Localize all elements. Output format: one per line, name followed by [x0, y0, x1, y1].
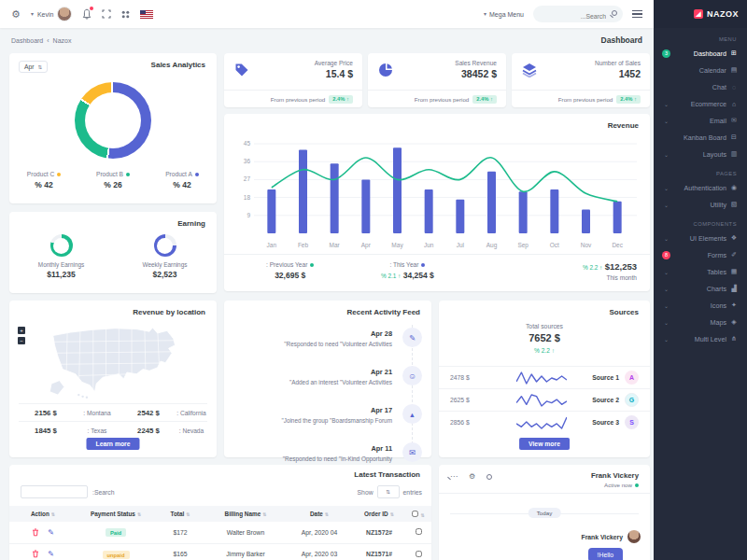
apps-grid-icon[interactable] [121, 10, 130, 19]
col-total[interactable]: Total⇅ [155, 506, 205, 522]
sidebar-item-dashboard[interactable]: 3Dashboard⊞ [654, 45, 747, 62]
sort-icon[interactable]: ⇅ [137, 511, 141, 517]
sidebar-item-authentication[interactable]: ⌄Authentication◉ [654, 179, 747, 196]
brand[interactable]: ◢ NAZOX [654, 0, 747, 28]
sidebar-item-label: Chat [712, 83, 726, 91]
menu-toggle-icon[interactable] [632, 10, 642, 18]
sort-icon[interactable]: ⇅ [186, 511, 190, 517]
chat-search-icon[interactable] [486, 474, 492, 480]
location-value: 2156 $ [19, 409, 73, 417]
select-all-checkbox[interactable] [412, 511, 418, 517]
sort-icon[interactable]: ⇅ [325, 511, 329, 517]
chat-message: Frank Vickery !Hello [582, 530, 641, 560]
card-title: Recent Activity Feed [347, 308, 420, 316]
sidebar-item-forms[interactable]: 8Forms✐ [654, 246, 747, 263]
sidebar-badge: 3 [662, 49, 670, 58]
change-text: % 2.2 ↑ [439, 347, 650, 354]
location-table: 2156 $ : Montana 2542 $ : California 184… [19, 403, 207, 439]
bar-Aug [487, 172, 496, 233]
col-date[interactable]: Date⇅ [286, 506, 353, 522]
row-checkbox[interactable] [416, 528, 422, 535]
sort-icon[interactable]: ⇅ [262, 511, 266, 517]
bar-Jan [267, 189, 275, 233]
delete-icon[interactable] [32, 550, 39, 558]
tables-icon: ▦ [730, 268, 738, 275]
fullscreen-icon[interactable] [102, 9, 111, 19]
sort-icon[interactable]: ⇅ [420, 512, 424, 518]
map-zoom-out-button[interactable]: − [18, 337, 25, 344]
notifications-bell-icon[interactable] [82, 8, 92, 20]
source-row[interactable]: 2856 $ Source 3 S [439, 411, 650, 433]
learn-more-button[interactable]: Learn more [86, 438, 139, 450]
card-title: Revenue [608, 121, 639, 130]
user-menu[interactable]: ▾ Kevin [31, 7, 73, 21]
sidebar-item-ecommerce[interactable]: ⌄Ecommerce⌂ [654, 95, 747, 112]
chat-contact-name: Frank Vickery [591, 471, 639, 480]
view-more-button[interactable]: View more [519, 438, 570, 450]
svg-text:Oct: Oct [550, 242, 559, 248]
entries-label: entries [403, 489, 422, 496]
sidebar-item-tables[interactable]: ⌄Tables▦ [654, 263, 747, 280]
map-zoom-in-button[interactable]: + [18, 327, 25, 334]
activity-item: ▴ Apr 17 "Joined the group "Boardsmanshi… [224, 403, 431, 441]
col-billing-name[interactable]: Billing Name⇅ [205, 506, 286, 522]
chat-settings-gear-icon[interactable]: ⚙ [469, 473, 475, 481]
sparkline-chart [516, 392, 567, 409]
entries-select[interactable]: ⇅ [377, 485, 400, 498]
series-value: 32,695 $ [266, 271, 314, 280]
svg-text:Dec: Dec [612, 242, 623, 248]
sidebar-item-layouts[interactable]: ⌄Layouts▥ [654, 146, 747, 162]
edit-icon[interactable]: ✎ [48, 528, 54, 537]
legend-label: Product A [165, 171, 192, 177]
source-logo-icon: G [625, 393, 639, 407]
sidebar-item-chat[interactable]: Chat◌ [654, 78, 747, 95]
activity-text: "Added an interest "Volunteer Activities [224, 379, 392, 385]
sidebar-item-charts[interactable]: ⌄Charts▟ [654, 280, 747, 297]
location-label: : California [176, 410, 207, 416]
table-search-input[interactable] [21, 485, 88, 498]
stat-footer-label: From previous period [558, 96, 613, 103]
legend-label: Product C [27, 171, 54, 177]
source-value: 2478 $ [450, 374, 491, 381]
sidebar-item-maps[interactable]: ⌄Maps◈ [654, 314, 747, 330]
chevron-down-icon: ⌄ [664, 302, 669, 309]
col-action[interactable]: Action⇅ [9, 506, 77, 522]
delete-icon[interactable] [32, 528, 39, 537]
mail-icon: ✉ [402, 442, 422, 462]
us-map[interactable] [35, 321, 194, 401]
sidebar-item-calendar[interactable]: Calendar▤ [654, 62, 747, 78]
change-badge: 2.4% ↑ [616, 95, 641, 104]
us-flag-icon[interactable] [140, 10, 153, 19]
sidebar-item-ui-elements[interactable]: ⌄UI Elements❖ [654, 230, 747, 246]
col-order-id[interactable]: Order ID⇅ [353, 506, 405, 522]
sidebar-item-utility[interactable]: ⌄Utility▧ [654, 196, 747, 213]
sales-donut-chart [75, 82, 151, 159]
mega-menu[interactable]: ▾ Mega Menu [484, 11, 524, 18]
source-row[interactable]: 2478 $ Source 1 A [439, 366, 650, 388]
charts-icon: ▟ [730, 285, 738, 292]
source-row[interactable]: 2625 $ Source 2 G [439, 388, 650, 411]
sales-analytics-card: Sales Analytics Apr ⇅ Product C % 42 Pro… [9, 53, 217, 203]
sidebar-item-multi-level[interactable]: ⌄Multi Level⋔ [654, 330, 747, 347]
maps-icon: ◈ [730, 318, 738, 326]
email-icon: ✉ [730, 117, 738, 124]
search-input[interactable] [533, 8, 623, 25]
sort-icon[interactable]: ⇅ [51, 511, 55, 517]
month-value: $12,253 [605, 261, 637, 272]
svg-text:Mar: Mar [330, 242, 341, 248]
month-select[interactable]: Apr ⇅ [19, 61, 48, 73]
sidebar-item-icons[interactable]: ⌄Icons✦ [654, 297, 747, 314]
breadcrumb-dashboard[interactable]: Dashboard [11, 37, 43, 44]
sidebar-item-email[interactable]: ⌄Email✉ [654, 112, 747, 129]
change-badge: 2.4% ↑ [472, 95, 497, 104]
col-payment-status[interactable]: Payment Status⇅ [77, 506, 155, 522]
row-checkbox[interactable] [416, 551, 422, 557]
change-text: % 2.2 ↑ [583, 264, 602, 271]
sort-icon[interactable]: ⇅ [390, 511, 394, 517]
edit-icon[interactable]: ✎ [48, 550, 54, 558]
topbar-left: ⚙ ▾ Kevin [11, 7, 153, 21]
chevron-down-icon: ⌄ [664, 202, 669, 208]
more-options-icon[interactable]: ⋯ [450, 473, 458, 481]
sidebar-item-kanban-board[interactable]: Kanban Board⊟ [654, 129, 747, 146]
settings-gear-icon[interactable]: ⚙ [11, 9, 21, 20]
